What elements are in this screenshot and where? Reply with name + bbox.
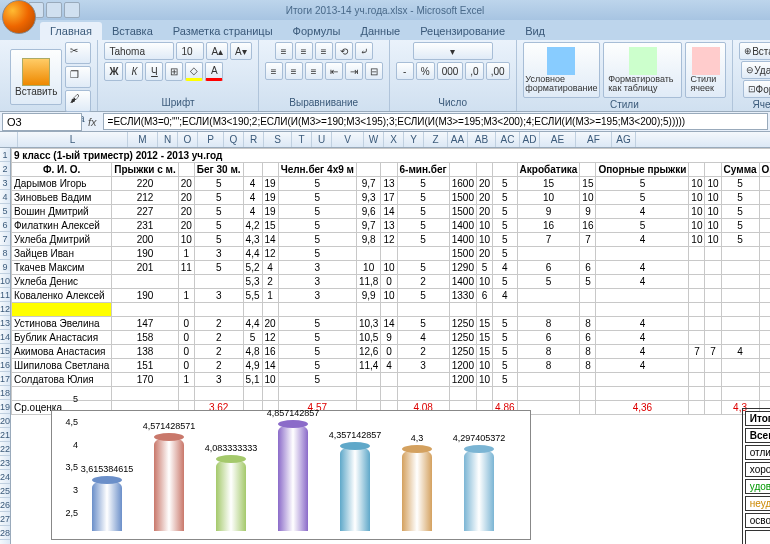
cell[interactable] (517, 289, 580, 303)
cell[interactable]: 10 (262, 373, 278, 387)
cell[interactable]: 4,2 (243, 219, 262, 233)
cell[interactable]: 20 (178, 205, 194, 219)
cell[interactable] (689, 163, 705, 177)
cell[interactable]: Уклеба Дмитрий (12, 233, 112, 247)
cell[interactable] (178, 275, 194, 289)
cell[interactable]: 3 (278, 275, 356, 289)
cell[interactable]: 7 (580, 233, 596, 247)
cell[interactable]: 8 (580, 359, 596, 373)
cell[interactable]: 1 (178, 247, 194, 261)
cell[interactable]: 190 (112, 289, 178, 303)
cell[interactable]: 14 (381, 205, 397, 219)
cell[interactable] (689, 373, 705, 387)
cell[interactable]: 10 (476, 359, 492, 373)
cell[interactable]: 0 (178, 359, 194, 373)
cell[interactable]: 5 (493, 317, 517, 331)
cell[interactable]: 12 (381, 233, 397, 247)
cell[interactable]: 5 (194, 177, 243, 191)
fill-color-button[interactable]: ◇ (185, 62, 203, 81)
cell[interactable]: 4 (493, 261, 517, 275)
row-header-12[interactable]: 12 (0, 302, 10, 316)
grow-font-button[interactable]: A▴ (206, 42, 228, 60)
cell[interactable]: 5 (493, 275, 517, 289)
cell[interactable]: 10 (356, 261, 380, 275)
cell[interactable] (194, 275, 243, 289)
cell[interactable] (705, 275, 721, 289)
cell[interactable] (397, 303, 449, 317)
cell[interactable] (689, 401, 705, 415)
cell[interactable] (278, 303, 356, 317)
cell[interactable]: 1600 (449, 177, 476, 191)
cell[interactable]: 1500 (449, 247, 476, 261)
cell[interactable]: 5 (493, 205, 517, 219)
cell[interactable]: 4 (243, 205, 262, 219)
align-top-button[interactable]: ≡ (275, 42, 293, 60)
cell[interactable]: 10 (705, 219, 721, 233)
cell[interactable] (705, 373, 721, 387)
cell[interactable]: 5 (721, 219, 759, 233)
cell[interactable]: Филаткин Алексей (12, 219, 112, 233)
col-header-Q[interactable]: Q (224, 132, 244, 147)
cell[interactable] (721, 261, 759, 275)
tab-Разметка страницы[interactable]: Разметка страницы (163, 22, 283, 40)
cell[interactable]: Ткачев Максим (12, 261, 112, 275)
cell[interactable]: 151 (112, 359, 178, 373)
col-header-AA[interactable]: AA (448, 132, 468, 147)
cell[interactable]: 11,4 (356, 359, 380, 373)
row-header-7[interactable]: 7 (0, 232, 10, 246)
cell[interactable]: 10 (705, 205, 721, 219)
cell[interactable]: 1 (178, 373, 194, 387)
cell[interactable] (517, 373, 580, 387)
cell[interactable]: 4,9 (243, 359, 262, 373)
cell[interactable]: 5 (278, 233, 356, 247)
cell[interactable]: 15 (517, 177, 580, 191)
cell[interactable]: 5 (243, 331, 262, 345)
cell[interactable]: 4 (243, 191, 262, 205)
cell[interactable]: 5 (493, 331, 517, 345)
qat-undo-icon[interactable] (46, 2, 62, 18)
cell[interactable]: 5 (493, 373, 517, 387)
cell[interactable]: 10 (580, 191, 596, 205)
copy-button[interactable]: ❐ (65, 66, 91, 88)
cell[interactable]: 5 (278, 247, 356, 261)
cell[interactable]: 1250 (449, 345, 476, 359)
row-header-6[interactable]: 6 (0, 218, 10, 232)
cell[interactable]: 20 (178, 177, 194, 191)
paste-button[interactable]: Вставить (10, 49, 62, 105)
cell[interactable]: 1250 (449, 317, 476, 331)
qat-redo-icon[interactable] (64, 2, 80, 18)
bold-button[interactable]: Ж (104, 62, 123, 81)
cell[interactable]: 4,4 (243, 317, 262, 331)
cell[interactable] (705, 247, 721, 261)
cell[interactable]: 5 (493, 247, 517, 261)
cell[interactable] (178, 163, 194, 177)
cell[interactable] (721, 331, 759, 345)
office-orb[interactable] (2, 0, 36, 34)
cell[interactable]: 220 (112, 177, 178, 191)
cell[interactable] (705, 387, 721, 401)
cell[interactable]: 6 (580, 261, 596, 275)
row-header-22[interactable]: 22 (0, 442, 10, 456)
cell[interactable]: 1290 (449, 261, 476, 275)
cell[interactable]: 0 (381, 275, 397, 289)
cell[interactable]: 8 (517, 359, 580, 373)
cell[interactable]: 4,4 (243, 247, 262, 261)
row-header-5[interactable]: 5 (0, 204, 10, 218)
fx-icon[interactable]: fx (84, 116, 101, 128)
cell[interactable]: 5 (493, 233, 517, 247)
cell[interactable]: 11 (178, 261, 194, 275)
cell[interactable]: 5 (517, 275, 580, 289)
merge-button[interactable]: ⊟ (365, 62, 383, 80)
cell[interactable]: 5 (397, 261, 449, 275)
cell[interactable]: 5 (493, 191, 517, 205)
cell[interactable] (705, 261, 721, 275)
cell[interactable]: 170 (112, 373, 178, 387)
cell[interactable]: 9,9 (356, 289, 380, 303)
cell[interactable]: Акимова Анастасия (12, 345, 112, 359)
italic-button[interactable]: К (125, 62, 143, 81)
cell[interactable] (705, 317, 721, 331)
cell[interactable]: 231 (112, 219, 178, 233)
cell[interactable]: 13 (381, 177, 397, 191)
cell[interactable]: 4,8 (243, 345, 262, 359)
cell[interactable]: 4 (596, 275, 689, 289)
